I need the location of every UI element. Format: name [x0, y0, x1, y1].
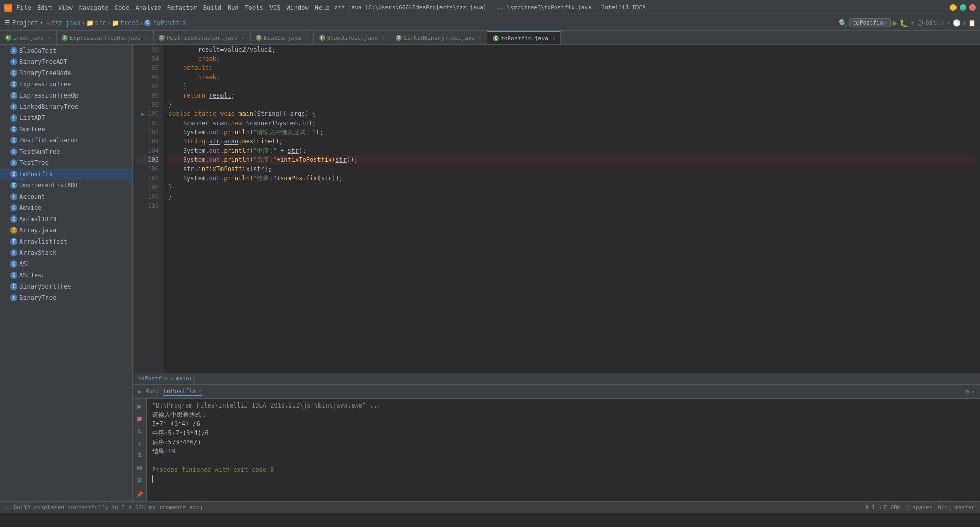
menu-navigate[interactable]: Navigate: [79, 4, 109, 11]
menu-tools[interactable]: Tools: [245, 4, 263, 11]
sidebar-item-topostfix[interactable]: C toPostfix: [0, 169, 132, 180]
sidebar-item-asltest[interactable]: C ASLTest: [0, 270, 132, 281]
sidebar-item-binarytreenode[interactable]: C BinaryTreeNode: [0, 67, 132, 79]
tab-close-topostfix[interactable]: ×: [552, 36, 555, 41]
sidebar-item-array-java[interactable]: J Array.java: [0, 225, 132, 236]
sidebar-label-arraystack: ArrayStack: [19, 249, 56, 256]
sidebar-item-unorderedlistadt[interactable]: I UnorderedListADT: [0, 180, 132, 191]
code-content[interactable]: result=value2/value1; break; default: br…: [163, 45, 980, 373]
minimize-button[interactable]: −: [950, 4, 957, 11]
sidebar-item-listadtinterface[interactable]: I ListADT: [0, 112, 132, 124]
run-pin-button[interactable]: 📌: [135, 489, 145, 499]
tab-blaodatest[interactable]: C BlaoDaTest.java ×: [314, 31, 390, 44]
run-expand-icon[interactable]: ↗: [971, 388, 975, 395]
sidebar-item-expressiontreeop[interactable]: C ExpressionTreeOp: [0, 90, 132, 101]
breadcrumb: ☕ zzz-java › 📁 src › 📁 tree3 › C toPostf…: [46, 19, 186, 27]
run-play-button[interactable]: ▶: [135, 401, 145, 411]
indent-setting[interactable]: 4 spaces: [905, 504, 933, 511]
sidebar-item-blaodatest[interactable]: C BlaoDaTest: [0, 45, 132, 56]
tab-close-ered[interactable]: ×: [48, 35, 51, 41]
breadcrumb-project[interactable]: zzz-java: [51, 19, 81, 27]
sidebar-item-asl[interactable]: C ASL: [0, 258, 132, 270]
tab-close-biaoda[interactable]: ×: [305, 35, 308, 41]
tab-ered[interactable]: C ered.java ×: [0, 31, 57, 44]
sidebar-item-testtree[interactable]: C TestTree: [0, 157, 132, 169]
tab-close-expressiontreeop[interactable]: ×: [145, 35, 148, 41]
sidebar-item-arraystack[interactable]: C ArrayStack: [0, 247, 132, 258]
run-settings-icon[interactable]: ⚙: [965, 388, 969, 395]
menu-file[interactable]: File: [16, 4, 31, 11]
git-history-icon[interactable]: 🕐: [953, 19, 961, 27]
breadcrumb-tree3[interactable]: tree3: [120, 19, 139, 27]
run-config-dropdown[interactable]: toPostfix ▾: [849, 18, 891, 27]
run-restart-button[interactable]: ↻: [135, 425, 145, 436]
line-separator[interactable]: LF GBK: [880, 504, 900, 511]
tab-biaoda[interactable]: C BiaoDa.java ×: [251, 31, 314, 44]
run-button[interactable]: ▶: [893, 18, 898, 28]
cursor-position[interactable]: 9:1: [865, 504, 875, 511]
run-label: Run:: [145, 388, 159, 395]
line-99: 99: [137, 100, 159, 109]
git-push-icon[interactable]: ↑: [963, 19, 966, 27]
search-icon[interactable]: 🔍: [839, 19, 847, 27]
run-stop-button[interactable]: ■: [135, 413, 145, 423]
run-output-line-1: "D:\Program Files\IntelliJ IDEA 2019.2.2…: [152, 401, 975, 410]
run-tab-close[interactable]: ×: [199, 388, 202, 394]
breadcrumb-src[interactable]: src: [95, 19, 106, 27]
sidebar-label-account: Account: [19, 193, 45, 200]
tab-close-linkedbinarytree[interactable]: ×: [479, 35, 482, 41]
menu-refactor[interactable]: Refactor: [167, 4, 197, 11]
tab-close-blaodatest[interactable]: ×: [382, 35, 385, 41]
tab-postfixevaluator[interactable]: C PostfixEvaluator.java ×: [154, 31, 251, 44]
sidebar-item-numtree[interactable]: C NumTree: [0, 124, 132, 135]
tab-topostfix[interactable]: C toPostfix.java ×: [487, 31, 561, 44]
git-fetch-icon[interactable]: 📋: [968, 19, 976, 27]
sidebar-item-linkedbinarytree[interactable]: C LinkedBinaryTree: [0, 101, 132, 112]
sidebar-item-testnumtree[interactable]: C TestNumTree: [0, 146, 132, 157]
run-scroll-end-button[interactable]: ↓: [135, 438, 145, 448]
profile-button[interactable]: ⏱: [917, 19, 924, 27]
menu-view[interactable]: View: [58, 4, 73, 11]
sidebar-item-binarysorttree[interactable]: C BinarySortTree: [0, 281, 132, 292]
menu-analyze[interactable]: Analyze: [135, 4, 161, 11]
status-method: main(): [176, 375, 196, 382]
sidebar-label-listadt: ListADT: [19, 114, 45, 122]
tab-close-postfixevaluator[interactable]: ×: [242, 35, 245, 41]
project-button[interactable]: ☰ Project ▾: [4, 19, 43, 27]
git-branch[interactable]: Git: master: [938, 504, 975, 511]
line-97: 97: [137, 82, 159, 91]
coverage-button[interactable]: ☂: [910, 19, 914, 27]
close-button[interactable]: ×: [969, 4, 976, 11]
sidebar-item-binarytree[interactable]: C BinaryTree: [0, 292, 132, 303]
menu-build[interactable]: Build: [203, 4, 222, 11]
menu-vcs[interactable]: VCS: [270, 4, 281, 11]
line-103: 103: [137, 137, 159, 146]
menu-code[interactable]: Code: [115, 4, 130, 11]
code-line-98: return result;: [168, 91, 975, 100]
tab-expressiontreeop[interactable]: C ExpressionTreeOp.java ×: [57, 31, 154, 44]
code-line-105: System.out.println("后序:"+infixToPostfix(…: [168, 155, 975, 164]
tab-linkedbinarytree[interactable]: C LinkedBinaryTree.java ×: [390, 31, 487, 44]
sidebar-item-arraylisttest[interactable]: C ArraylistTest: [0, 236, 132, 247]
menu-window[interactable]: Window: [286, 4, 308, 11]
run-tab-topostfix[interactable]: toPostfix ×: [163, 388, 202, 396]
sidebar-item-postfixevaluator[interactable]: C PostfixEvaluator: [0, 135, 132, 146]
git-update-icon: ✓: [947, 19, 951, 27]
maximize-button[interactable]: □: [960, 4, 966, 11]
sidebar-item-account[interactable]: C Account: [0, 191, 132, 202]
menu-help[interactable]: Help: [315, 4, 330, 11]
run-filter-button[interactable]: ▤: [135, 462, 145, 472]
sidebar-label-arraylisttest: ArraylistTest: [19, 238, 67, 245]
debug-button[interactable]: 🐛: [899, 19, 908, 27]
code-editor[interactable]: 93 94 95 96 97 98 99 ▶100 101 102 103 10…: [133, 45, 980, 373]
run-settings-button[interactable]: ⚙: [135, 474, 145, 485]
menu-edit[interactable]: Edit: [37, 4, 52, 11]
menu-run[interactable]: Run: [228, 4, 239, 11]
breadcrumb-file[interactable]: toPostfix: [153, 19, 186, 27]
sidebar-item-expressiontree[interactable]: C ExpressionTree: [0, 79, 132, 90]
run-config-label: toPostfix: [853, 19, 884, 26]
run-wrap-button[interactable]: ⌧: [135, 450, 145, 460]
sidebar-item-binarytreeadt[interactable]: I BinaryTreeADT: [0, 56, 132, 67]
sidebar-item-advice[interactable]: C Advice: [0, 202, 132, 213]
sidebar-item-animal1823[interactable]: C Animal1823: [0, 213, 132, 225]
